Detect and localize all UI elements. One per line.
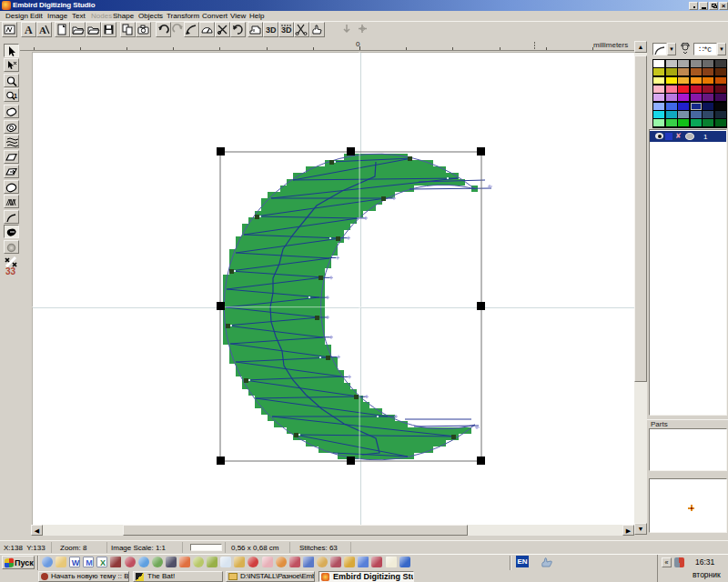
svg-text:3D: 3D: [281, 25, 292, 35]
svg-text:1: 1: [14, 93, 17, 99]
svg-text:A: A: [25, 24, 33, 36]
svg-text:3D: 3D: [266, 25, 277, 35]
